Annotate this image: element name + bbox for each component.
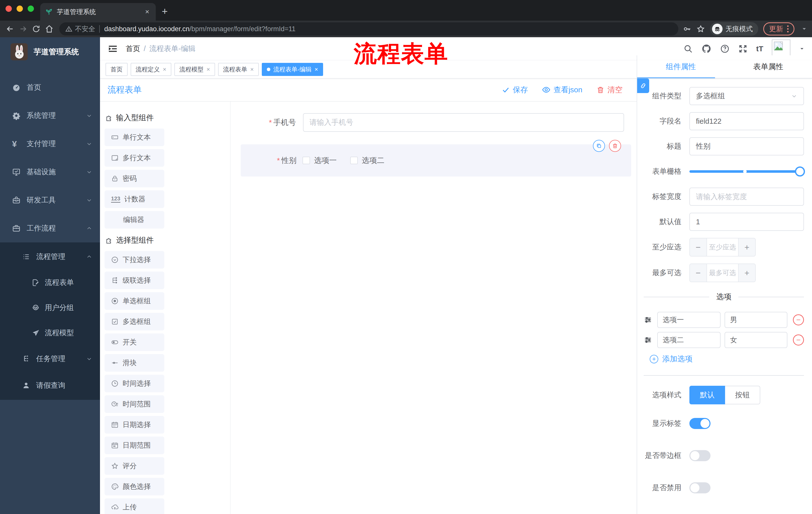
close-icon[interactable]: × <box>163 66 166 73</box>
disabled-toggle[interactable] <box>689 482 710 493</box>
title-input[interactable] <box>689 137 804 155</box>
palette-item-rate[interactable]: 评分 <box>105 457 164 475</box>
minimize-window-button[interactable] <box>17 5 23 12</box>
form-canvas[interactable]: *手机号 请输入手机号 *性别 选项一 <box>231 102 637 514</box>
forward-icon[interactable] <box>18 24 29 33</box>
option-value-input[interactable] <box>725 312 787 328</box>
palette-item-editor[interactable]: 编辑器 <box>105 211 164 228</box>
style-button-button[interactable]: 按钮 <box>725 386 760 404</box>
password-key-icon[interactable] <box>683 25 691 33</box>
delete-component-button[interactable] <box>609 140 621 152</box>
update-button[interactable]: 更新 <box>763 22 794 35</box>
sidebar-item-task-manage[interactable]: 任务管理 <box>0 346 100 372</box>
canvas-field-phone[interactable]: *手机号 请输入手机号 <box>246 113 624 132</box>
minus-button[interactable]: − <box>690 264 706 282</box>
back-icon[interactable] <box>4 24 16 33</box>
close-icon[interactable]: × <box>206 66 210 73</box>
palette-item-multi-text[interactable]: 多行文本 <box>105 149 164 167</box>
home-icon[interactable] <box>44 25 55 33</box>
add-option-button[interactable]: + 添加选项 <box>650 354 804 364</box>
palette-item-select[interactable]: 下拉选择 <box>105 251 164 269</box>
palette-item-slider[interactable]: 滑块 <box>105 354 164 372</box>
palette-item-password[interactable]: 密码 <box>105 170 164 187</box>
clear-button[interactable]: 清空 <box>597 85 622 95</box>
save-button[interactable]: 保存 <box>502 85 528 95</box>
url-bar[interactable]: 不安全 dashboard.yudao.iocoder.cn/bpm/manag… <box>59 22 678 35</box>
tag-process-model[interactable]: 流程模型× <box>174 63 215 76</box>
plus-button[interactable]: + <box>738 238 755 256</box>
remove-option-button[interactable]: − <box>793 334 804 346</box>
min-select-input[interactable] <box>706 238 738 256</box>
palette-item-date-range[interactable]: 日期范围 <box>105 437 164 454</box>
sidebar-item-home[interactable]: 首页 <box>0 74 100 102</box>
palette-item-checkbox-group[interactable]: 多选框组 <box>105 313 164 330</box>
palette-item-radio-group[interactable]: 单选框组 <box>105 292 164 310</box>
sidebar-item-payment[interactable]: ¥ 支付管理 <box>0 130 100 158</box>
sidebar-item-devtools[interactable]: 研发工具 <box>0 186 100 214</box>
chevron-down-icon[interactable] <box>801 26 808 32</box>
sidebar-item-process-form[interactable]: 流程表单 <box>0 270 100 295</box>
option-label-input[interactable] <box>657 332 721 348</box>
font-size-icon[interactable]: tT <box>756 45 763 53</box>
reload-icon[interactable] <box>31 25 42 33</box>
border-toggle[interactable] <box>689 450 710 461</box>
caret-down-icon[interactable] <box>799 46 805 52</box>
palette-item-color-picker[interactable]: 颜色选择 <box>105 478 164 495</box>
tag-home[interactable]: 首页 <box>106 63 127 76</box>
new-tab-button[interactable]: + <box>162 6 168 17</box>
gender-option-1[interactable]: 选项一 <box>302 155 337 166</box>
slider-thumb[interactable] <box>795 166 805 177</box>
help-icon[interactable] <box>720 44 730 54</box>
tag-process-definition[interactable]: 流程定义× <box>130 63 171 76</box>
checkbox-icon[interactable] <box>302 157 310 164</box>
sidebar-logo[interactable]: 芋道管理系统 <box>0 37 100 66</box>
tag-process-form-edit[interactable]: 流程表单-编辑× <box>262 63 323 76</box>
palette-item-time-range[interactable]: 时间范围 <box>105 395 164 413</box>
sidebar-item-workflow[interactable]: 工作流程 <box>0 214 100 242</box>
drag-handle-icon[interactable] <box>644 316 652 324</box>
github-icon[interactable] <box>701 44 712 54</box>
palette-item-cascader[interactable]: 级联选择 <box>105 272 164 289</box>
option-label-input[interactable] <box>657 312 721 328</box>
breadcrumb-home[interactable]: 首页 <box>126 44 140 54</box>
sidebar-collapse-icon[interactable] <box>108 44 118 54</box>
maximize-window-button[interactable] <box>28 5 34 12</box>
sidebar-item-leave-query[interactable]: 请假查询 <box>0 372 100 399</box>
canvas-field-gender-selected[interactable]: *性别 选项一 选项二 <box>241 144 631 177</box>
style-default-button[interactable]: 默认 <box>689 386 725 404</box>
palette-item-counter[interactable]: 123计数器 <box>105 190 164 208</box>
palette-item-time-picker[interactable]: 时间选择 <box>105 375 164 392</box>
bookmark-star-icon[interactable] <box>696 25 705 33</box>
phone-input[interactable]: 请输入手机号 <box>303 113 624 132</box>
tag-process-form[interactable]: 流程表单× <box>218 63 259 76</box>
option-value-input[interactable] <box>725 332 787 348</box>
field-name-input[interactable] <box>689 112 804 130</box>
palette-item-single-text[interactable]: 单行文本 <box>105 129 164 146</box>
minus-button[interactable]: − <box>690 238 706 256</box>
palette-item-upload[interactable]: 上传 <box>105 498 164 514</box>
tab-close-icon[interactable]: × <box>144 8 151 16</box>
gender-option-2[interactable]: 选项二 <box>350 155 384 166</box>
sidebar-item-infra[interactable]: 基础设施 <box>0 158 100 186</box>
sidebar-item-process-model[interactable]: 流程模型 <box>0 320 100 346</box>
sidebar-item-process-manage[interactable]: 流程管理 <box>0 243 100 270</box>
link-badge[interactable] <box>637 78 649 93</box>
max-select-input[interactable] <box>706 264 738 282</box>
form-grid-slider[interactable] <box>689 162 804 181</box>
label-width-input[interactable] <box>689 188 804 206</box>
remove-option-button[interactable]: − <box>793 314 804 325</box>
default-value-input[interactable] <box>689 213 804 231</box>
window-controls[interactable] <box>5 5 34 12</box>
view-json-button[interactable]: 查看json <box>542 85 582 95</box>
show-label-toggle[interactable] <box>689 418 710 429</box>
drag-handle-icon[interactable] <box>644 336 652 344</box>
component-type-select[interactable]: 多选框组 <box>689 87 804 105</box>
palette-item-date-picker[interactable]: 日期选择 <box>105 416 164 434</box>
close-icon[interactable]: × <box>250 66 254 73</box>
plus-button[interactable]: + <box>738 264 755 282</box>
browser-menu-icon[interactable] <box>787 25 789 32</box>
copy-component-button[interactable] <box>593 140 605 152</box>
browser-tab[interactable]: 芋道管理系统 × <box>40 3 156 21</box>
fullscreen-icon[interactable] <box>738 44 748 54</box>
close-window-button[interactable] <box>5 5 12 12</box>
